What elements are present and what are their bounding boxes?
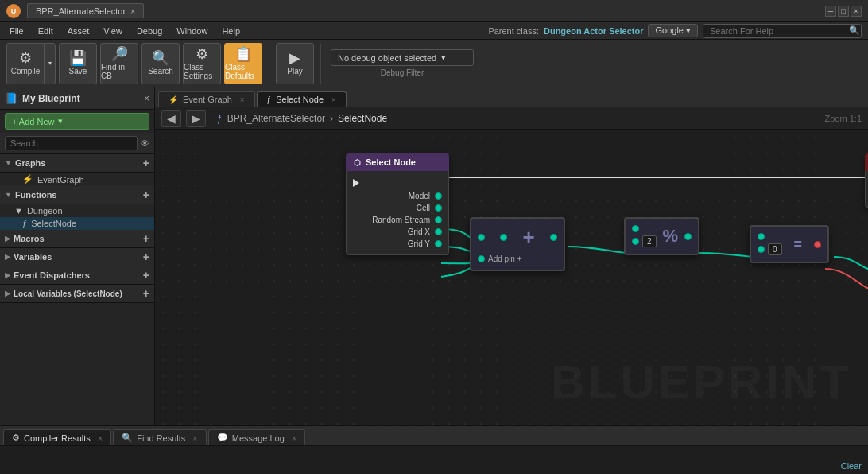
menu-edit[interactable]: Edit [32, 25, 60, 37]
mod-val-row: 2 [632, 235, 657, 247]
toolbar-divider2 [320, 44, 321, 84]
parent-class-area: Parent class: Dungeon Actor Selector Goo… [488, 24, 865, 38]
breadcrumb-current: SelectNode [338, 113, 387, 124]
equals-body: 0 = [750, 225, 829, 263]
menu-view[interactable]: View [97, 25, 129, 37]
sidebar-section-dispatchers[interactable]: ▶ Event Dispatchers + [0, 266, 154, 285]
grid-x-dot [435, 228, 442, 235]
message-log-close[interactable]: × [292, 433, 296, 443]
close-window-btn[interactable]: × [851, 6, 862, 17]
search-help-input[interactable] [703, 24, 862, 38]
sidebar-header: 📘 My Blueprint × [0, 87, 154, 110]
eye-icon[interactable]: 👁 [141, 138, 149, 148]
sidebar-section-functions[interactable]: ▼ Functions + [0, 186, 154, 204]
debug-object-label: No debug object selected [338, 53, 436, 63]
add-new-btn[interactable]: + Add New ▾ [5, 113, 149, 130]
parent-class-label: Parent class: [488, 26, 539, 36]
menu-help[interactable]: Help [215, 25, 246, 37]
sidebar-item-eventgraph[interactable]: ⚡ EventGraph [0, 173, 154, 186]
add-new-label: + Add New [12, 117, 55, 126]
select-node[interactable]: ⬡ Select Node Model Cell [346, 153, 449, 255]
tab-select-node[interactable]: ƒ Select Node × [257, 91, 347, 107]
model-label: Model [409, 192, 430, 200]
find-label: Find in CB [101, 63, 138, 80]
sidebar-section-variables[interactable]: ▶ Variables + [0, 248, 154, 266]
menu-window[interactable]: Window [170, 25, 214, 37]
play-btn[interactable]: ▶ Play [276, 43, 314, 84]
modulo-value[interactable]: 2 [642, 235, 657, 247]
mod-out [684, 233, 692, 240]
compiler-results-close[interactable]: × [98, 433, 103, 443]
sidebar-search-input[interactable] [5, 136, 138, 150]
class-defaults-label: Class Defaults [225, 63, 262, 80]
graph-nav: ◀ ▶ ƒ BPR_AlternateSelector › SelectNode… [155, 107, 868, 130]
graphs-add-btn[interactable]: + [143, 157, 149, 169]
random-stream-pin: Random Stream [347, 214, 448, 226]
locals-add-btn[interactable]: + [143, 287, 149, 300]
grid-x-pin: Grid X [347, 226, 448, 238]
main-tab[interactable]: BPR_AlternateSelector × [27, 3, 144, 18]
tab-compiler-results[interactable]: ⚙ Compiler Results × [3, 429, 111, 445]
minimize-btn[interactable]: ─ [825, 6, 836, 17]
clear-btn[interactable]: Clear [841, 461, 862, 471]
equals-node[interactable]: 0 = [750, 225, 829, 263]
bottom-tabs: ⚙ Compiler Results × 🔍 Find Results × 💬 … [0, 426, 868, 446]
bottom-panel: ⚙ Compiler Results × 🔍 Find Results × 💬 … [0, 425, 868, 474]
equals-inputs: 0 [758, 233, 782, 255]
middle-section: 📘 My Blueprint × + Add New ▾ 👁 ▼ Graphs … [0, 87, 868, 425]
class-defaults-btn[interactable]: 📋 Class Defaults [224, 43, 262, 84]
nav-forward-btn[interactable]: ▶ [186, 110, 206, 127]
function-icon: ƒ [22, 219, 27, 228]
sidebar-section-locals[interactable]: ▶ Local Variables (SelectNode) + [0, 285, 154, 303]
equals-value[interactable]: 0 [768, 243, 782, 255]
tab-event-graph[interactable]: ⚡ Event Graph × [158, 91, 255, 107]
search-btn[interactable]: 🔍 Search [141, 43, 180, 84]
blueprint-icon: 📘 [5, 92, 17, 104]
macros-add-btn[interactable]: + [143, 232, 149, 245]
modulo-node[interactable]: 2 % [624, 217, 699, 255]
dispatchers-label: Event Dispatchers [14, 270, 90, 280]
compile-dropdown-btn[interactable]: ▾ [45, 43, 56, 84]
event-graph-tab-icon: ⚡ [169, 95, 178, 104]
select-node-tab-label: Select Node [276, 95, 324, 104]
class-settings-btn[interactable]: ⚙ Class Settings [183, 43, 221, 84]
maximize-btn[interactable]: □ [838, 6, 849, 17]
tab-close-btn[interactable]: × [130, 7, 135, 16]
compile-icon: ⚙ [19, 51, 32, 65]
sidebar-item-selectnode[interactable]: ƒ SelectNode [0, 217, 154, 230]
find-results-close[interactable]: × [192, 433, 197, 443]
save-btn[interactable]: 💾 Save [59, 43, 97, 84]
menu-debug[interactable]: Debug [130, 25, 169, 37]
mod-in1 [632, 225, 639, 232]
cell-out-dot [435, 204, 442, 212]
variables-add-btn[interactable]: + [143, 251, 149, 263]
sidebar-function-group[interactable]: ▼ Dungeon [0, 204, 154, 217]
message-log-label: Message Log [232, 433, 285, 443]
menu-asset[interactable]: Asset [61, 25, 96, 37]
tab-message-log[interactable]: 💬 Message Log × [208, 429, 305, 445]
sidebar-close-icon[interactable]: × [144, 93, 149, 104]
event-graph-tab-close[interactable]: × [240, 95, 245, 104]
add-pin-row: + [478, 225, 557, 250]
menu-file[interactable]: File [3, 25, 30, 37]
event-graph-tab-label: Event Graph [183, 95, 232, 104]
sidebar-section-macros[interactable]: ▶ Macros + [0, 230, 154, 248]
tab-find-results[interactable]: 🔍 Find Results × [113, 429, 207, 445]
find-in-cb-btn[interactable]: 🔎 Find in CB [100, 43, 138, 84]
dispatchers-add-btn[interactable]: + [143, 269, 149, 282]
compile-btn[interactable]: ⚙ Compile [6, 43, 45, 84]
functions-add-btn[interactable]: + [143, 188, 149, 201]
find-icon: 🔎 [110, 47, 128, 61]
google-dropdown[interactable]: Google ▾ [648, 24, 698, 37]
select-node-tab-close[interactable]: × [331, 95, 336, 104]
nav-back-btn[interactable]: ◀ [161, 110, 181, 127]
add-pin-node[interactable]: + Add pin + [470, 217, 565, 271]
return-node[interactable]: ⬡ Return Node Return Value [865, 153, 868, 208]
blueprint-canvas[interactable]: ⬡ Select Node Model Cell [155, 130, 868, 425]
locals-label: Local Variables (SelectNode) [14, 289, 122, 298]
sidebar-section-graphs[interactable]: ▼ Graphs + [0, 154, 154, 173]
breadcrumb-sep: › [330, 113, 333, 124]
ue-logo: U [6, 4, 21, 18]
breadcrumb-bp-name: BPR_AlternateSelector [227, 113, 325, 124]
debug-object-dropdown[interactable]: No debug object selected ▾ [331, 49, 474, 66]
